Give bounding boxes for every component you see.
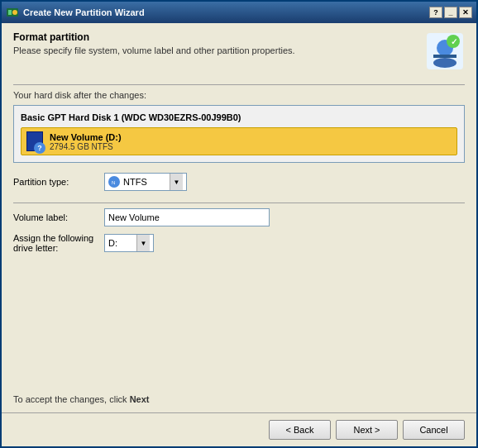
- wizard-icon: ✓: [425, 31, 465, 71]
- button-bar: < Back Next > Cancel: [2, 412, 476, 446]
- cancel-button-label: Cancel: [419, 425, 447, 435]
- partition-type-label: Partition type:: [13, 177, 104, 187]
- volume-label-input[interactable]: [104, 208, 270, 226]
- cancel-button[interactable]: Cancel: [403, 420, 465, 440]
- window-title: Create New Partition Wizard: [23, 7, 429, 17]
- back-button-label: < Back: [286, 425, 314, 435]
- disk-section-label: Your hard disk after the changes:: [13, 90, 465, 100]
- wizard-content: Format partition Please specify file sys…: [2, 23, 476, 412]
- drive-letter-row: Assign the following drive letter: D: ▼: [13, 233, 465, 253]
- header-title: Format partition: [13, 31, 417, 43]
- partition-row: ? New Volume (D:) 2794.5 GB NTFS: [21, 127, 457, 155]
- wizard-window: Create New Partition Wizard ? _ ✕ Format…: [0, 0, 478, 448]
- partition-type-select[interactable]: N NTFS ▼: [104, 173, 187, 191]
- partition-size: 2794.5 GB NTFS: [50, 142, 452, 151]
- drive-letter-dropdown-icon: ▼: [136, 235, 150, 251]
- ntfs-icon: N: [108, 176, 120, 188]
- disk-box: Basic GPT Hard Disk 1 (WDC WD30EZRS-00J9…: [13, 105, 465, 163]
- partition-icon: ?: [26, 131, 43, 151]
- close-button[interactable]: ✕: [459, 7, 472, 18]
- next-button-label: Next >: [353, 425, 380, 435]
- svg-point-5: [433, 58, 456, 68]
- partition-type-dropdown-icon: ▼: [170, 174, 183, 190]
- header-subtitle: Please specify file system, volume label…: [13, 45, 417, 55]
- form-separator-1: [13, 203, 465, 203]
- header-text: Format partition Please specify file sys…: [13, 31, 417, 55]
- svg-rect-6: [433, 55, 456, 58]
- svg-rect-1: [8, 10, 12, 15]
- app-icon: [6, 6, 19, 19]
- help-button[interactable]: ?: [429, 7, 442, 18]
- drive-letter-select[interactable]: D: ▼: [104, 234, 154, 252]
- header-separator: [13, 84, 465, 85]
- partition-question-icon: ?: [34, 142, 45, 154]
- content-spacer: [13, 260, 465, 388]
- volume-label-label: Volume label:: [13, 212, 104, 222]
- bottom-text: To accept the changes, click Next: [13, 388, 465, 412]
- disk-title: Basic GPT Hard Disk 1 (WDC WD30EZRS-00J9…: [21, 112, 457, 122]
- partition-info: New Volume (D:) 2794.5 GB NTFS: [50, 132, 452, 151]
- titlebar: Create New Partition Wizard ? _ ✕: [2, 2, 476, 23]
- header-area: Format partition Please specify file sys…: [13, 31, 465, 71]
- volume-label-row: Volume label:: [13, 208, 465, 226]
- drive-letter-label: Assign the following drive letter:: [13, 233, 104, 253]
- partition-type-value: NTFS: [123, 177, 166, 187]
- partition-type-row: Partition type: N NTFS ▼: [13, 173, 465, 191]
- svg-text:N: N: [112, 180, 115, 185]
- partition-name: New Volume (D:): [50, 132, 452, 142]
- window-controls: ? _ ✕: [429, 7, 472, 18]
- back-button[interactable]: < Back: [269, 420, 331, 440]
- svg-point-2: [12, 10, 17, 15]
- drive-letter-value: D:: [108, 238, 133, 248]
- next-button[interactable]: Next >: [336, 420, 398, 440]
- svg-text:✓: ✓: [451, 37, 457, 46]
- minimize-button[interactable]: _: [444, 7, 457, 18]
